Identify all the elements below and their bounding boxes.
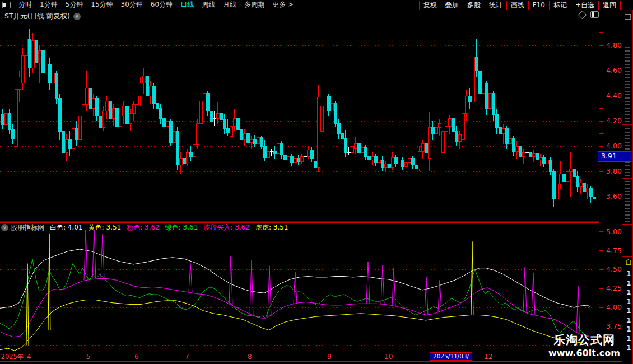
month-label: 12 [484,353,492,361]
svg-text:4.60: 4.60 [606,66,622,74]
action-button-F10[interactable]: F10 [528,1,549,10]
period-tab[interactable]: 60分钟 [151,0,173,10]
cursor-date-box: 2025/11/03/— [430,352,472,361]
trading-app-window: 分时1分钟5分钟15分钟30分钟60分钟日线周线月线多周期更多 > 复权叠加多股… [0,0,633,364]
svg-text:4.20: 4.20 [606,116,622,125]
watermark: 乐淘公式网 www.60lt.com [548,332,621,358]
period-tab[interactable]: 15分钟 [91,0,113,10]
legend-item: 白色: 4.01 [50,223,83,231]
month-label: 6 [134,353,139,361]
period-tab[interactable]: 30分钟 [121,0,143,10]
indicator-header: ∨ 股朋指标网 白色: 4.01黄色: 3.51粉色: 3.62绿色: 3.61… [0,223,594,232]
sidebar-digit: 1 [626,325,631,334]
layout-toggle-button[interactable] [0,0,13,10]
action-button-画线[interactable]: 画线 [506,1,528,10]
period-tab[interactable]: 5分钟 [66,0,83,10]
svg-text:3.60: 3.60 [606,192,622,200]
date-axis: 2025年 4567891012 [0,352,622,362]
month-label: 10 [384,353,393,361]
action-button-叠加[interactable]: 叠加 [441,1,463,10]
svg-text:3.80: 3.80 [606,167,622,175]
period-tab[interactable]: 月线 [223,0,236,10]
svg-text:5.00: 5.00 [606,227,622,236]
sidebar-digit-column: 111111111 [626,269,631,353]
svg-text:4.25: 4.25 [606,284,622,292]
sidebar-digit: 1 [626,306,631,316]
sidebar-digit: 1 [626,288,631,297]
year-label: 2025年 [0,352,25,361]
svg-text:3.75: 3.75 [606,322,622,330]
action-button-标记[interactable]: 标记 [549,1,571,10]
period-toolbar: 分时1分钟5分钟15分钟30分钟60分钟日线周线月线多周期更多 > 复权叠加多股… [0,0,633,10]
period-tab[interactable]: 日线 [180,0,194,10]
month-label: 9 [327,353,332,361]
chevron-down-icon[interactable]: ∨ [73,13,81,20]
period-tab[interactable]: 1分钟 [40,0,58,10]
sidebar-text-noise [625,46,630,122]
sidebar-digit: 1 [626,343,631,353]
sidebar-digit: 1 [626,316,631,325]
action-button-复权[interactable]: 复权 [419,1,441,10]
diamond-marker-icon[interactable] [578,10,587,19]
candlestick-chart[interactable]: 4.804.604.404.204.003.803.60 [0,22,622,222]
price-axis-border [599,10,599,361]
chart-title-bar: ST开元(日线.前复权) ∨ [0,10,622,22]
action-button-多股[interactable]: 多股 [463,1,485,10]
svg-text:4.80: 4.80 [606,41,622,49]
legend-item: 粉色: 3.62 [127,223,160,231]
action-button-统计[interactable]: 统计 [485,1,506,10]
sidebar-digit: 1 [626,279,631,288]
split-layout-icon [2,2,11,8]
action-button-+自选[interactable]: +自选 [571,1,598,10]
svg-text:4.00: 4.00 [606,303,622,311]
last-price-box: 3.91 [598,151,631,162]
sidebar-text-noise [625,181,630,222]
legend-item: 波段买入: 3.62 [203,223,250,231]
month-label: 5 [86,353,91,361]
month-label: 8 [248,353,252,361]
watermark-url: www.60lt.com [548,348,621,358]
split-layout-icon[interactable] [590,11,599,18]
bottom-clipped-row [0,362,622,364]
indicator-legend: 白色: 4.01黄色: 3.51粉色: 3.62绿色: 3.61波段买入: 3.… [50,223,294,232]
sidebar-digit: 1 [626,269,631,279]
month-label: 4 [27,353,31,361]
sidebar-badge: 自 [625,258,632,267]
indicator-source-label[interactable]: 股朋指标网 [11,223,44,232]
legend-item: 黄色: 3.51 [89,223,122,231]
period-tab[interactable]: 多周期 [244,0,264,10]
action-list: 复权叠加多股统计画线F10标记+自选返回 [419,0,621,10]
legend-item: 虎虎: 3.51 [255,223,288,231]
watermark-site-name: 乐淘公式网 [548,332,621,348]
period-tab[interactable]: 分时 [18,0,32,10]
period-list: 分时1分钟5分钟15分钟30分钟60分钟日线周线月线多周期更多 > [18,0,294,10]
chart-title: ST开元(日线.前复权) [4,12,70,21]
sidebar-digit: 1 [626,297,631,307]
sidebar-mini-icon [625,14,631,20]
indicator-chart[interactable]: 5.004.754.504.254.003.75 [0,222,622,352]
svg-text:4.75: 4.75 [606,246,622,255]
svg-text:4.40: 4.40 [606,91,622,100]
month-label: 7 [185,353,189,361]
collapse-indicator-icon[interactable]: ∨ [1,224,8,231]
legend-item: 绿色: 3.61 [165,223,198,231]
action-button-返回[interactable]: 返回 [598,1,621,10]
period-tab[interactable]: 更多 > [272,0,294,10]
svg-text:4.50: 4.50 [606,265,622,273]
period-tab[interactable]: 周线 [202,0,215,10]
sidebar-digit: 1 [626,334,631,344]
right-sidebar-clipped[interactable]: 自 111111111 [622,10,633,364]
svg-text:4.00: 4.00 [606,142,622,150]
